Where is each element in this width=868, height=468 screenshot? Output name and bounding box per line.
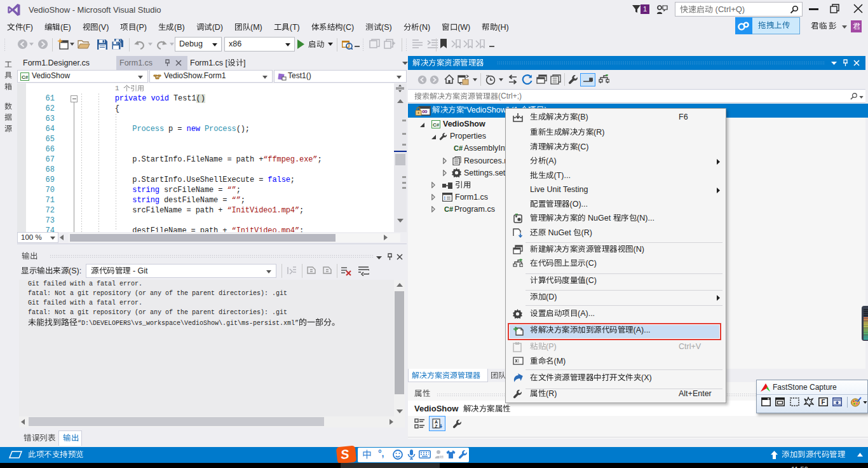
svg-text:∞: ∞ <box>422 107 428 116</box>
svg-text:C#: C# <box>433 122 440 128</box>
svg-text:C#: C# <box>22 74 29 80</box>
svg-text:F: F <box>821 399 825 406</box>
svg-text:Z: Z <box>435 424 438 429</box>
